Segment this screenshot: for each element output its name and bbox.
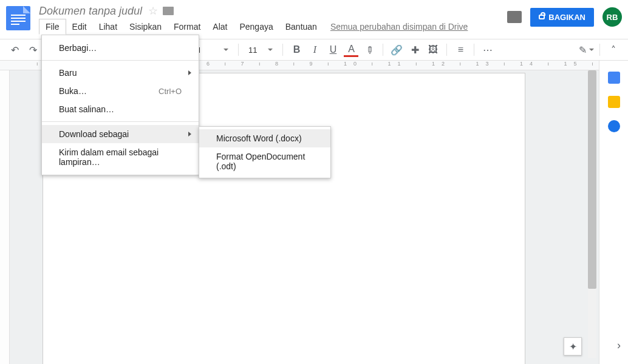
image-icon[interactable]: 🖼	[426, 42, 440, 57]
comments-icon[interactable]	[507, 11, 522, 23]
menu-item-label: Download sebagai	[59, 129, 129, 139]
menu-item-new[interactable]: Baru	[42, 64, 199, 82]
submenu-arrow-icon	[188, 132, 191, 136]
save-status[interactable]: Semua perubahan disimpan di Drive	[330, 22, 468, 32]
lock-icon	[539, 15, 545, 19]
undo-icon[interactable]: ↶	[7, 42, 22, 57]
keep-icon[interactable]	[608, 96, 620, 108]
vertical-scrollbar[interactable]	[588, 70, 596, 358]
menu-edit[interactable]: Edit	[66, 19, 93, 34]
app-header: Dokumen tanpa judul ☆ File Edit Lihat Si…	[0, 0, 628, 39]
menu-separator	[42, 60, 199, 61]
menu-help[interactable]: Bantuan	[279, 19, 323, 34]
menu-file[interactable]: File	[39, 19, 66, 35]
menu-item-label: Buat salinan…	[59, 104, 114, 114]
menu-view[interactable]: Lihat	[93, 19, 123, 34]
menu-item-label: Berbagi…	[59, 43, 97, 53]
menu-item-open[interactable]: Buka…Ctrl+O	[42, 82, 199, 100]
menu-format[interactable]: Format	[168, 19, 206, 34]
menu-item-shortcut: Ctrl+O	[159, 87, 182, 96]
font-size-label: 11	[248, 46, 257, 55]
underline-icon[interactable]: U	[326, 42, 340, 57]
menubar: File Edit Lihat Sisipkan Format Alat Pen…	[39, 18, 507, 35]
more-icon[interactable]: ⋯	[480, 42, 495, 57]
submenu-item-docx[interactable]: Microsoft Word (.docx)	[199, 129, 330, 147]
submenu-item-odt[interactable]: Format OpenDocument (.odt)	[199, 147, 330, 175]
menu-item-share[interactable]: Berbagi…	[42, 39, 199, 57]
text-color-icon[interactable]: A	[344, 42, 358, 57]
calendar-icon[interactable]	[608, 72, 620, 84]
side-panel	[599, 61, 628, 364]
download-as-submenu: Microsoft Word (.docx) Format OpenDocume…	[199, 126, 331, 178]
docs-logo-icon[interactable]	[6, 6, 30, 30]
star-icon[interactable]: ☆	[148, 4, 158, 18]
menu-tools[interactable]: Alat	[206, 19, 233, 34]
menu-item-download-as[interactable]: Download sebagai	[42, 125, 199, 143]
scrollbar-thumb[interactable]	[588, 70, 596, 289]
redo-icon[interactable]: ↷	[26, 42, 40, 57]
submenu-arrow-icon	[188, 70, 191, 75]
tasks-icon[interactable]	[608, 120, 620, 132]
font-size-selector[interactable]: 11	[245, 44, 276, 56]
vertical-ruler[interactable]	[0, 70, 10, 364]
menu-addons[interactable]: Pengaya	[233, 19, 279, 34]
avatar[interactable]: RB	[602, 7, 622, 27]
italic-icon[interactable]: I	[307, 42, 322, 57]
link-icon[interactable]: 🔗	[389, 42, 404, 57]
share-button-label: BAGIKAN	[548, 13, 585, 22]
menu-item-make-copy[interactable]: Buat salinan…	[42, 100, 199, 118]
menu-insert[interactable]: Sisipkan	[123, 19, 168, 34]
align-icon[interactable]: ≡	[453, 42, 468, 57]
bold-icon[interactable]: B	[289, 42, 304, 57]
share-button[interactable]: BAGIKAN	[530, 8, 594, 27]
menu-item-label: Baru	[59, 68, 77, 78]
menu-item-email-attachment[interactable]: Kirim dalam email sebagai lampiran…	[42, 143, 199, 171]
document-title[interactable]: Dokumen tanpa judul	[39, 5, 142, 18]
side-panel-toggle-icon[interactable]: ›	[617, 339, 621, 352]
file-menu-dropdown: Berbagi… Baru Buka…Ctrl+O Buat salinan… …	[41, 35, 199, 175]
menu-separator	[42, 121, 199, 122]
editing-mode-icon[interactable]: ✎	[579, 42, 593, 57]
menu-item-label: Kirim dalam email sebagai lampiran…	[59, 147, 182, 167]
chevron-up-icon[interactable]: ˄	[606, 42, 621, 57]
folder-icon[interactable]	[163, 7, 174, 15]
explore-button[interactable]: ✦	[564, 337, 582, 356]
menu-item-label: Buka…	[59, 86, 87, 96]
add-comment-icon[interactable]: ✚	[408, 42, 422, 57]
highlight-icon[interactable]: ✎	[362, 42, 377, 57]
